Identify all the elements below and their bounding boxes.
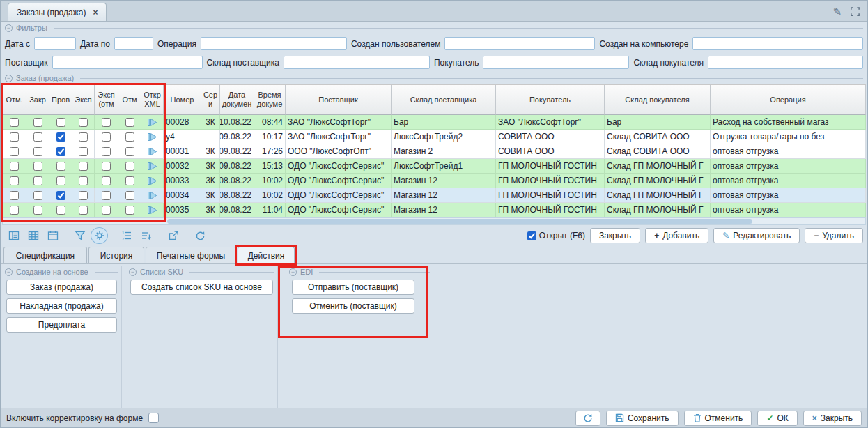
- row-flag-checkbox[interactable]: [33, 162, 42, 171]
- cell-buyer-warehouse[interactable]: Склад ГП МОЛОЧНЫЙ Г: [605, 174, 711, 188]
- cell-supplier[interactable]: ООО "ЛюксСофтОпт": [286, 144, 392, 159]
- open-xml-icon[interactable]: [148, 177, 157, 185]
- view-grid-icon[interactable]: [24, 227, 42, 244]
- row-flag-cell[interactable]: [26, 159, 49, 174]
- row-flag-cell[interactable]: [26, 203, 49, 217]
- column-header[interactable]: Эксп: [72, 85, 95, 115]
- cell-time[interactable]: 10:02: [254, 174, 286, 188]
- filter-supplier-warehouse-input[interactable]: [284, 56, 430, 69]
- row-flag-cell[interactable]: [118, 188, 141, 203]
- column-header[interactable]: Покупатель: [496, 85, 605, 115]
- row-flag-checkbox[interactable]: [33, 147, 42, 156]
- row-flag-cell[interactable]: [95, 159, 118, 174]
- row-flag-cell[interactable]: [95, 115, 118, 130]
- tab-orders-sale[interactable]: Заказы (продажа) ×: [8, 3, 107, 21]
- row-flag-checkbox[interactable]: [10, 162, 19, 171]
- collapse-group-icon[interactable]: −: [289, 268, 297, 276]
- cell-supplier-warehouse[interactable]: Магазин 12: [392, 174, 496, 188]
- row-flag-cell[interactable]: [95, 174, 118, 188]
- cell-operation[interactable]: оптовая отгрузка: [711, 144, 866, 159]
- row-flag-checkbox[interactable]: [125, 162, 134, 171]
- scrollbar-thumb[interactable]: [167, 219, 752, 224]
- cell-supplier-warehouse[interactable]: ЛюксСофтТрейд1: [392, 159, 496, 174]
- prepayment-button[interactable]: Предоплата: [6, 317, 117, 333]
- row-flag-checkbox[interactable]: [56, 162, 65, 171]
- cell-time[interactable]: 08:44: [254, 115, 286, 130]
- cell-series[interactable]: 3К: [201, 203, 220, 217]
- cell-operation[interactable]: оптовая отгрузка: [711, 203, 866, 217]
- row-flag-cell[interactable]: [3, 203, 26, 217]
- row-flag-cell[interactable]: [118, 130, 141, 144]
- row-flag-cell[interactable]: [72, 188, 95, 203]
- row-flag-cell[interactable]: [3, 174, 26, 188]
- cell-supplier-warehouse[interactable]: ЛюксСофтТрейд2: [392, 130, 496, 144]
- tab-print-forms[interactable]: Печатные формы: [146, 247, 236, 263]
- cell-buyer-warehouse[interactable]: Бар: [605, 115, 711, 130]
- edit-order-button[interactable]: ✎ Редактировать: [713, 228, 800, 243]
- table-row[interactable]: 000313К09.08.2217:26ООО "ЛюксСофтОпт"Маг…: [2, 144, 866, 159]
- row-flag-checkbox[interactable]: [102, 147, 111, 156]
- cell-date[interactable]: 09.08.22: [220, 159, 254, 174]
- column-header[interactable]: Номер: [164, 85, 201, 115]
- table-row[interactable]: 000283К10.08.2208:44ЗАО "ЛюксСофтТорг"Ба…: [2, 115, 866, 130]
- maximize-icon[interactable]: [850, 6, 860, 17]
- cell-series[interactable]: 3К: [201, 144, 220, 159]
- row-flag-checkbox[interactable]: [102, 191, 111, 200]
- row-flag-cell[interactable]: [49, 188, 72, 203]
- edit-pencil-icon[interactable]: ✎: [832, 6, 842, 17]
- filter-supplier-input[interactable]: [52, 56, 203, 69]
- row-flag-checkbox[interactable]: [125, 132, 134, 142]
- row-flag-checkbox[interactable]: [125, 191, 134, 200]
- cell-number[interactable]: 00031: [164, 144, 201, 159]
- row-flag-cell[interactable]: [118, 159, 141, 174]
- column-header[interactable]: Закр: [26, 85, 49, 115]
- row-flag-checkbox[interactable]: [79, 118, 88, 127]
- cell-date[interactable]: 08.08.22: [220, 188, 254, 203]
- cell-buyer-warehouse[interactable]: Склад ГП МОЛОЧНЫЙ Г: [605, 188, 711, 203]
- cell-time[interactable]: 10:02: [254, 188, 286, 203]
- settings-gear-icon[interactable]: [91, 227, 108, 244]
- table-row[interactable]: 000323К09.08.2215:13ОДО "ЛюксСофтСервис"…: [2, 159, 866, 174]
- row-flag-cell[interactable]: [49, 174, 72, 188]
- cell-number[interactable]: 00032: [164, 159, 201, 174]
- cell-supplier-warehouse[interactable]: Бар: [392, 115, 496, 130]
- cell-buyer-warehouse[interactable]: Склад СОВИТА ООО: [605, 130, 711, 144]
- row-flag-checkbox[interactable]: [102, 132, 111, 142]
- cell-buyer[interactable]: ГП МОЛОЧНЫЙ ГОСТИН: [496, 188, 605, 203]
- row-flag-cell[interactable]: [95, 188, 118, 203]
- row-flag-checkbox[interactable]: [33, 206, 42, 215]
- cell-series[interactable]: [201, 130, 220, 144]
- column-header[interactable]: Сери: [201, 85, 220, 115]
- row-flag-checkbox[interactable]: [79, 176, 88, 185]
- cell-date[interactable]: 09.08.22: [220, 144, 254, 159]
- filter-date-to-input[interactable]: [114, 37, 153, 50]
- ok-button[interactable]: ✓ ОК: [757, 411, 797, 426]
- row-flag-checkbox[interactable]: [56, 147, 65, 156]
- row-flag-cell[interactable]: [118, 115, 141, 130]
- cell-series[interactable]: 3К: [201, 174, 220, 188]
- edi-send-supplier-button[interactable]: Отправить (поставщик): [292, 280, 414, 295]
- collapse-group-icon[interactable]: −: [5, 268, 13, 276]
- cell-date[interactable]: 09.08.22: [220, 203, 254, 217]
- open-xml-cell[interactable]: [141, 115, 164, 130]
- row-flag-checkbox[interactable]: [102, 206, 111, 215]
- filter-operation-input[interactable]: [201, 37, 347, 50]
- row-flag-cell[interactable]: [72, 115, 95, 130]
- row-flag-cell[interactable]: [3, 144, 26, 159]
- cell-buyer-warehouse[interactable]: Склад ГП МОЛОЧНЫЙ Г: [605, 203, 711, 217]
- row-flag-cell[interactable]: [118, 174, 141, 188]
- column-header[interactable]: Склад поставщика: [392, 85, 496, 115]
- row-flag-cell[interactable]: [95, 203, 118, 217]
- cell-time[interactable]: 11:04: [254, 203, 286, 217]
- order-sale-button[interactable]: Заказ (продажа): [6, 280, 117, 295]
- close-form-button[interactable]: × Закрыть: [803, 411, 862, 426]
- collapse-orders-icon[interactable]: −: [5, 75, 13, 82]
- row-flag-checkbox[interactable]: [56, 206, 65, 215]
- cell-date[interactable]: 08.08.22: [220, 174, 254, 188]
- row-flag-checkbox[interactable]: [33, 176, 42, 185]
- cell-buyer-warehouse[interactable]: Склад ГП МОЛОЧНЫЙ Г: [605, 159, 711, 174]
- row-flag-checkbox[interactable]: [79, 132, 88, 142]
- edi-cancel-supplier-button[interactable]: Отменить (поставщик): [292, 298, 414, 314]
- tab-history[interactable]: История: [88, 247, 144, 263]
- horizontal-scrollbar[interactable]: [2, 217, 866, 225]
